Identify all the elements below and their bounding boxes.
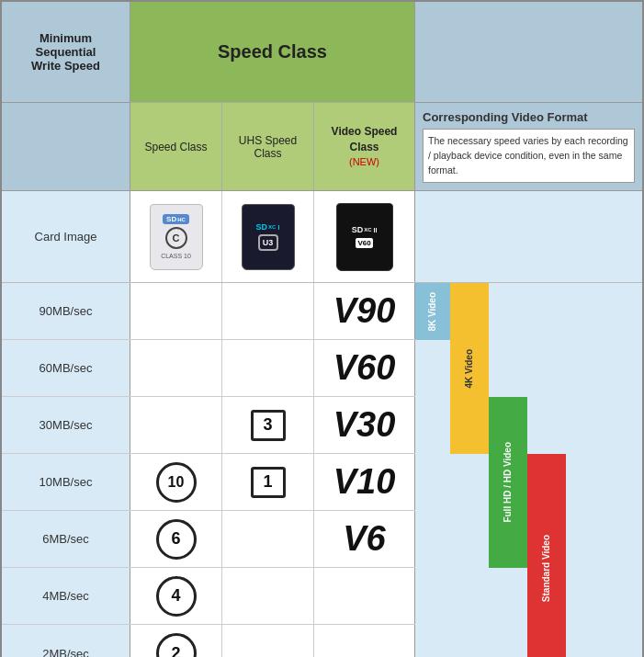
sc-90: [130, 283, 222, 339]
row-10: 10MB/sec 10 1 V10: [2, 454, 415, 511]
sc-30: [130, 397, 222, 453]
row-30: 30MB/sec 3 V30: [2, 397, 415, 454]
vs-30: V30: [314, 397, 415, 453]
header-row-1: Minimum Sequential Write Speed Speed Cla…: [2, 2, 642, 103]
uhs-2: [222, 625, 314, 657]
sdxc-card-black: SD XC II V60: [336, 203, 393, 271]
uhs-speed-sub-header: UHS Speed Class: [222, 103, 314, 190]
bar-standard: Standard Video: [527, 454, 566, 657]
corresponding-header: [415, 2, 642, 103]
row-90: 90MB/sec V90: [2, 283, 415, 340]
row-4: 4MB/sec 4: [2, 568, 415, 625]
uhs-60: [222, 340, 314, 396]
sdhc-card: SD HC C CLASS 10: [150, 204, 203, 270]
uhs-90: [222, 283, 314, 339]
vs-60: V60: [314, 340, 415, 396]
speed-class-sub-header: Speed Class: [130, 103, 222, 190]
card-image-row: Card Image SD HC C CLASS 10 SD XC: [2, 191, 642, 283]
sc-6: 6: [130, 511, 222, 567]
uhs-4: [222, 568, 314, 624]
speed-60: 60MB/sec: [2, 340, 130, 396]
min-write-header: Minimum Sequential Write Speed: [2, 2, 130, 103]
corresponding-desc: The necessary speed varies by each recor…: [423, 129, 635, 183]
row-6: 6MB/sec 6 V6: [2, 511, 415, 568]
uhs-6: [222, 511, 314, 567]
speed-6: 6MB/sec: [2, 511, 130, 567]
row-60: 60MB/sec V60: [2, 340, 415, 397]
bar-4k: 4K Video: [450, 283, 489, 454]
corresponding-sub-header: Corresponding Video Format The necessary…: [415, 103, 642, 190]
speed-4: 4MB/sec: [2, 568, 130, 624]
vs-10: V10: [314, 454, 415, 510]
table-container: Minimum Sequential Write Speed Speed Cla…: [0, 0, 644, 657]
uhs-10: 1: [222, 454, 314, 510]
sc-2: 2: [130, 625, 222, 657]
vs-4: [314, 568, 415, 624]
uhs-30: 3: [222, 397, 314, 453]
bar-fullhd: Full HD / HD Video: [489, 397, 527, 568]
row-2: 2MB/sec 2: [2, 625, 415, 657]
video-bars-section: 8K Video 4K Video Full HD / HD Video Sta…: [415, 283, 642, 657]
vs-6: V6: [314, 511, 415, 567]
sd-card-cell-2: SD XC I U3: [222, 191, 314, 282]
speed-30: 30MB/sec: [2, 397, 130, 453]
vs-2: [314, 625, 415, 657]
data-rows-container: 90MB/sec V90 60MB/sec V60 30MB/sec: [2, 283, 642, 657]
speed-class-main-header: Speed Class: [130, 2, 415, 103]
speed-10: 10MB/sec: [2, 454, 130, 510]
vs-90: V90: [314, 283, 415, 339]
card-label-cell: Card Image: [2, 191, 130, 282]
sc-4: 4: [130, 568, 222, 624]
data-columns: 90MB/sec V90 60MB/sec V60 30MB/sec: [2, 283, 415, 657]
card-right-empty: [415, 191, 642, 282]
speed-90: 90MB/sec: [2, 283, 130, 339]
sdxc-card-dark: SD XC I U3: [242, 204, 295, 270]
sc-10: 10: [130, 454, 222, 510]
sc-60: [130, 340, 222, 396]
bar-8k: 8K Video: [415, 283, 450, 340]
video-speed-sub-header: Video Speed Class (NEW): [314, 103, 415, 190]
sd-card-cell-3: SD XC II V60: [314, 191, 415, 282]
header-row-2: Speed Class UHS Speed Class Video Speed …: [2, 103, 642, 191]
sd-card-cell-1: SD HC C CLASS 10: [130, 191, 222, 282]
corresponding-title: Corresponding Video Format: [423, 110, 635, 124]
speed-2: 2MB/sec: [2, 625, 130, 657]
